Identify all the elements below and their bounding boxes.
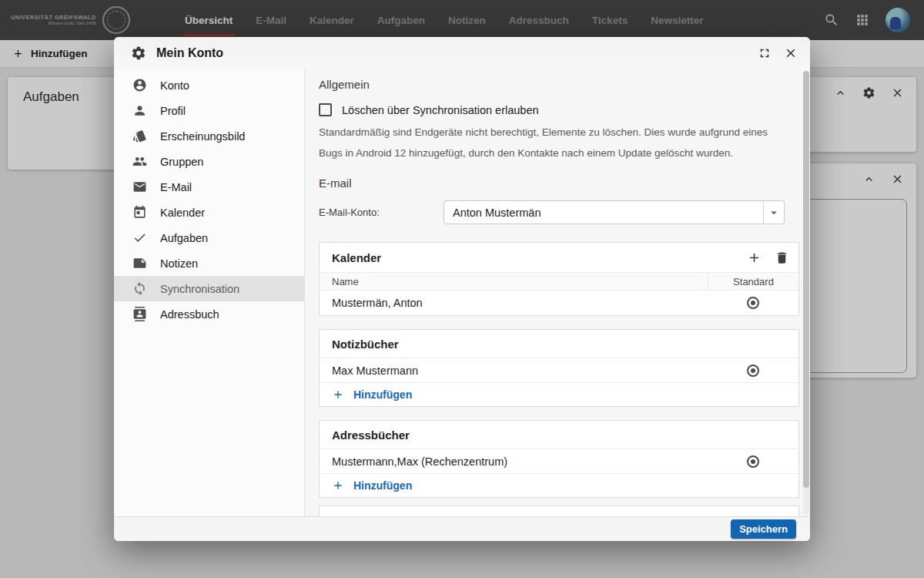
sidebar-item-profil[interactable]: Profil: [114, 98, 304, 123]
table-row: Mustermän, Anton: [320, 291, 798, 315]
sync-icon: [132, 281, 147, 296]
check-icon: [132, 230, 147, 245]
delete-sync-option: Löschen über Synchronisation erlauben: [319, 103, 539, 116]
sidebar-item-erscheinungsbild[interactable]: Erscheinungsbild: [114, 123, 304, 149]
notebook-name: Max Mustermann: [320, 365, 708, 377]
sidebar-item-label: Gruppen: [160, 156, 203, 168]
delete-sync-description: Standardmäßig sind Endgeräte nicht berec…: [319, 122, 792, 163]
scrollbar-thumb[interactable]: [803, 71, 809, 488]
sidebar-item-label: Profil: [160, 105, 186, 117]
settings-dialog: Mein Konto Konto Profil Erscheinungsbild: [114, 37, 810, 541]
calendar-card-title: Kalender: [332, 251, 381, 264]
note-icon: [132, 256, 147, 271]
add-addressbook-label: Hinzufügen: [353, 479, 412, 492]
sidebar-item-label: Kalender: [160, 207, 205, 219]
notebooks-card-header: Notizbücher: [320, 330, 798, 358]
table-row: Max Mustermann: [320, 358, 798, 383]
dialog-header: Mein Konto: [114, 37, 810, 69]
sidebar-item-label: Erscheinungsbild: [160, 130, 245, 143]
email-icon: [132, 180, 147, 194]
addressbooks-card-title: Adressbücher: [332, 428, 410, 442]
standard-radio[interactable]: [747, 297, 759, 309]
delete-sync-label: Löschen über Synchronisation erlauben: [342, 104, 539, 116]
sidebar-item-label: E-Mail: [160, 181, 192, 193]
people-icon: [132, 154, 147, 169]
person-icon: [132, 103, 147, 118]
sidebar-item-kalender[interactable]: Kalender: [114, 200, 304, 225]
sidebar-item-label: Synchronisation: [160, 283, 239, 295]
sidebar-item-aufgaben[interactable]: Aufgaben: [114, 225, 304, 250]
add-notebook-button[interactable]: Hinzufügen: [320, 383, 798, 406]
section-heading-allgemein: Allgemein: [319, 78, 370, 91]
standard-radio[interactable]: [747, 455, 759, 468]
contacts-icon: [132, 307, 147, 321]
content-scrollbar[interactable]: [803, 71, 809, 515]
dialog-footer: Speichern: [114, 516, 810, 541]
partial-card: [319, 506, 799, 516]
sidebar-item-label: Notizen: [160, 257, 198, 270]
dialog-title: Mein Konto: [156, 46, 223, 60]
fullscreen-icon[interactable]: [758, 46, 772, 60]
column-standard: Standard: [708, 273, 798, 290]
sidebar-item-konto[interactable]: Konto: [114, 72, 304, 98]
account-circle-icon: [132, 78, 147, 92]
save-button[interactable]: Speichern: [731, 519, 796, 539]
dialog-content: Allgemein Löschen über Synchronisation e…: [306, 69, 810, 516]
standard-radio[interactable]: [747, 365, 759, 377]
calendar-name: Mustermän, Anton: [320, 297, 708, 309]
dialog-sidebar: Konto Profil Erscheinungsbild Gruppen E-…: [114, 69, 305, 516]
email-account-label: E-Mail-Konto:: [319, 207, 380, 218]
table-row: Mustermann,Max (Rechenzentrum): [320, 449, 798, 474]
add-notebook-label: Hinzufügen: [353, 388, 412, 401]
calendar-card-header: Kalender: [320, 243, 798, 272]
sidebar-item-label: Aufgaben: [160, 232, 208, 244]
close-icon[interactable]: [784, 46, 798, 60]
sidebar-item-synchronisation[interactable]: Synchronisation: [114, 276, 304, 301]
delete-sync-checkbox[interactable]: [319, 103, 332, 116]
calendar-icon: [132, 205, 147, 220]
delete-calendar-icon[interactable]: [775, 250, 789, 265]
addressbook-name: Mustermann,Max (Rechenzentrum): [320, 455, 708, 468]
sidebar-item-label: Adressbuch: [160, 308, 219, 321]
column-name: Name: [320, 276, 708, 287]
sidebar-item-adressbuch[interactable]: Adressbuch: [114, 301, 304, 327]
settings-gear-icon: [131, 45, 146, 61]
plus-icon: [332, 388, 344, 401]
sidebar-item-email[interactable]: E-Mail: [114, 174, 304, 200]
chevron-down-icon[interactable]: [763, 201, 784, 223]
notebooks-card-title: Notizbücher: [332, 338, 399, 351]
add-addressbook-button[interactable]: Hinzufügen: [320, 474, 798, 497]
email-account-value: Anton Mustermän: [444, 207, 763, 219]
addressbooks-card: Adressbücher Mustermann,Max (Rechenzentr…: [319, 420, 799, 498]
calendar-card: Kalender Name Standard Mustermän, Anton: [319, 242, 799, 316]
sidebar-item-label: Konto: [160, 79, 189, 92]
email-account-select[interactable]: Anton Mustermän: [444, 200, 785, 224]
dialog-window-controls: [758, 46, 810, 60]
notebooks-card: Notizbücher Max Mustermann Hinzufügen: [319, 329, 799, 407]
email-account-row: E-Mail-Konto: Anton Mustermän: [319, 200, 797, 224]
addressbooks-card-header: Adressbücher: [320, 421, 798, 449]
sidebar-item-notizen[interactable]: Notizen: [114, 250, 304, 276]
sidebar-item-gruppen[interactable]: Gruppen: [114, 149, 304, 174]
calendar-table-header: Name Standard: [320, 272, 798, 291]
plus-icon: [332, 479, 344, 492]
style-icon: [132, 129, 147, 143]
section-heading-email: E-mail: [319, 176, 352, 190]
add-calendar-icon[interactable]: [747, 250, 762, 265]
